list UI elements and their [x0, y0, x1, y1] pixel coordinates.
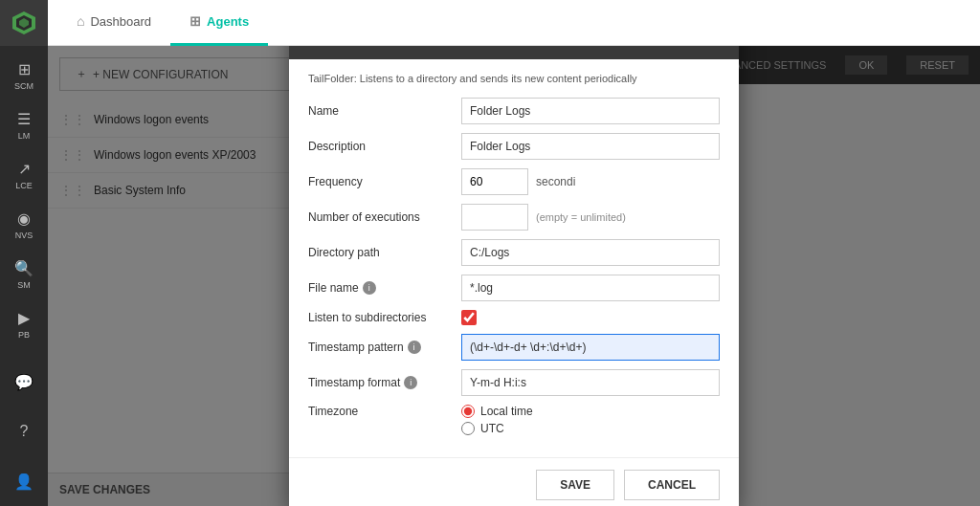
sidebar-item-sm[interactable]: 🔍 SM — [0, 250, 48, 299]
lm-icon: ☰ — [17, 110, 31, 128]
sidebar-item-user[interactable]: 👤 — [0, 456, 48, 506]
field-input-description[interactable] — [461, 133, 720, 160]
sidebar-item-lm[interactable]: ☰ LM — [0, 100, 48, 150]
field-input-filename[interactable] — [461, 275, 720, 301]
field-label-timezone: Timezone — [308, 405, 461, 418]
field-row-directory: Directory path — [308, 239, 720, 266]
tab-agents[interactable]: ⊞ Agents — [170, 0, 268, 46]
field-input-name[interactable] — [461, 98, 720, 124]
field-label-directory: Directory path — [308, 246, 461, 259]
field-label-description: Description — [308, 140, 461, 153]
sidebar-item-pb[interactable]: ▶ PB — [0, 299, 48, 349]
save-button[interactable]: SAVE — [536, 470, 614, 500]
field-row-filename: File name i — [308, 275, 720, 301]
sm-icon: 🔍 — [14, 259, 33, 277]
sidebar-item-lce[interactable]: ↗ LCE — [0, 150, 48, 200]
field-row-ts-format: Timestamp format i — [308, 369, 720, 396]
lce-icon: ↗ — [18, 160, 31, 178]
field-label-subdirs: Listen to subdirectories — [308, 311, 461, 324]
tab-dashboard[interactable]: ⌂ Dashboard — [57, 0, 170, 46]
sidebar: ⊞ SCM ☰ LM ↗ LCE ◉ NVS 🔍 SM ▶ PB 💬 ? 👤 — [0, 0, 48, 506]
command-dialog-footer: SAVE CANCEL — [289, 457, 739, 506]
field-row-timezone: Timezone Local time UTC — [308, 405, 720, 435]
topbar: ⌂ Dashboard ⊞ Agents — [48, 0, 980, 46]
new-command-dialog: New command × TailFolder: Listens to a d… — [289, 46, 739, 506]
overlay-backdrop: New configuration × Name Description Com… — [48, 46, 980, 506]
field-label-ts-format: Timestamp format i — [308, 376, 461, 389]
field-label-frequency: Frequency — [308, 175, 461, 188]
command-dialog-overlay: New command × TailFolder: Listens to a d… — [48, 46, 980, 506]
timezone-local-option[interactable]: Local time — [461, 405, 533, 418]
ts-format-info-icon[interactable]: i — [404, 376, 417, 389]
cancel-button[interactable]: CANCEL — [624, 470, 720, 500]
field-label-filename: File name i — [308, 281, 461, 295]
sidebar-logo[interactable] — [0, 0, 48, 46]
nvs-icon: ◉ — [17, 209, 31, 228]
field-row-subdirs: Listen to subdirectories — [308, 310, 720, 325]
field-row-frequency: Frequency secondi — [308, 168, 720, 195]
new-command-close-button[interactable]: × — [716, 46, 724, 48]
field-row-executions: Number of executions (empty = unlimited) — [308, 204, 720, 231]
sidebar-item-nvs[interactable]: ◉ NVS — [0, 200, 48, 250]
timezone-utc-option[interactable]: UTC — [461, 422, 533, 435]
sidebar-item-chat[interactable]: 💬 — [0, 357, 48, 407]
field-input-directory[interactable] — [461, 239, 720, 266]
main-area: ⌂ Dashboard ⊞ Agents ＋ + NEW CONFIGURATI… — [48, 0, 980, 506]
executions-hint: (empty = unlimited) — [536, 211, 626, 223]
field-input-frequency[interactable] — [461, 168, 528, 195]
scm-icon: ⊞ — [18, 60, 31, 78]
command-subtitle: TailFolder: Listens to a directory and s… — [308, 73, 720, 84]
timezone-radio-group: Local time UTC — [461, 405, 533, 435]
new-command-dialog-header: New command × — [289, 46, 739, 59]
frequency-unit: secondi — [536, 175, 575, 188]
filename-info-icon[interactable]: i — [363, 281, 376, 295]
content-area: ＋ + NEW CONFIGURATION ⋮⋮ Windows logon e… — [48, 46, 980, 506]
ts-pattern-info-icon[interactable]: i — [408, 341, 421, 354]
field-label-executions: Number of executions — [308, 210, 461, 224]
dashboard-tab-icon: ⌂ — [77, 13, 84, 29]
sidebar-item-help[interactable]: ? — [0, 407, 48, 456]
sidebar-item-scm[interactable]: ⊞ SCM — [0, 51, 48, 100]
field-row-description: Description — [308, 133, 720, 160]
field-input-executions[interactable] — [461, 204, 528, 231]
user-icon: 👤 — [14, 473, 33, 491]
new-config-dialog: New configuration × Name Description Com… — [313, 65, 715, 256]
field-label-ts-pattern: Timestamp pattern i — [308, 341, 461, 354]
field-row-name: Name — [308, 98, 720, 124]
field-label-name: Name — [308, 104, 461, 118]
help-icon: ? — [20, 423, 29, 440]
command-dialog-body: TailFolder: Listens to a directory and s… — [289, 59, 739, 457]
agents-tab-icon: ⊞ — [189, 13, 201, 29]
timezone-utc-radio[interactable] — [461, 422, 475, 435]
field-row-ts-pattern: Timestamp pattern i — [308, 334, 720, 361]
pb-icon: ▶ — [18, 309, 30, 327]
timezone-local-radio[interactable] — [461, 405, 475, 418]
field-input-ts-format[interactable] — [461, 369, 720, 396]
field-input-ts-pattern[interactable] — [461, 334, 720, 361]
chat-icon: 💬 — [14, 373, 33, 391]
field-checkbox-subdirs[interactable] — [461, 310, 477, 325]
